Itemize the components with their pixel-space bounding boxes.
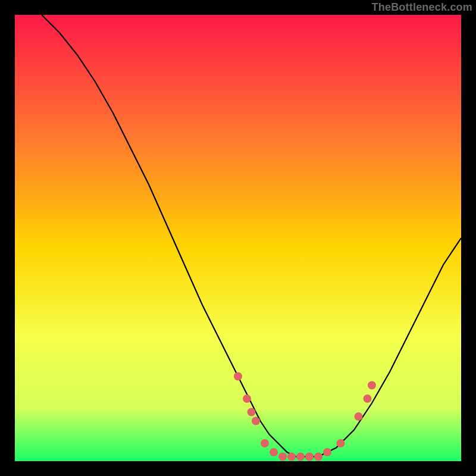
highlight-point bbox=[323, 448, 331, 456]
highlight-point bbox=[314, 453, 322, 461]
highlight-point bbox=[296, 453, 305, 461]
highlight-point bbox=[278, 453, 287, 461]
highlight-point bbox=[234, 372, 242, 381]
highlight-point bbox=[355, 412, 363, 421]
highlight-point bbox=[270, 448, 278, 456]
highlight-point bbox=[287, 453, 296, 461]
highlight-point bbox=[248, 408, 256, 416]
highlight-point bbox=[261, 439, 269, 447]
gradient-background bbox=[15, 15, 461, 461]
chart-svg bbox=[15, 15, 461, 461]
watermark-text: TheBottleneck.com bbox=[372, 1, 472, 14]
highlight-point bbox=[368, 381, 376, 390]
highlight-point bbox=[243, 394, 251, 403]
highlight-point bbox=[364, 394, 372, 403]
plot-area bbox=[15, 15, 461, 461]
chart-container: TheBottleneck.com bbox=[0, 0, 476, 476]
highlight-point bbox=[305, 453, 314, 461]
highlight-point bbox=[337, 439, 345, 447]
highlight-point bbox=[252, 417, 260, 425]
